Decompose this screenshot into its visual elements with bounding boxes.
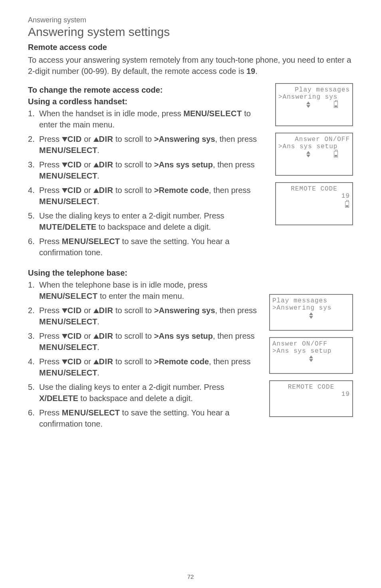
label-part: /SELECT	[64, 368, 97, 377]
step-text: , then press	[213, 332, 255, 340]
battery-icon	[334, 151, 338, 157]
down-arrow-icon	[62, 334, 67, 339]
menu-select-label: MENU/SELECT	[39, 171, 97, 180]
step-text: , then press	[209, 186, 251, 195]
label-part: MENU/	[183, 109, 209, 118]
up-arrow-icon	[93, 308, 99, 313]
step-text: or	[82, 135, 93, 143]
dir-label: DIR	[99, 357, 113, 366]
heading-using-handset: Using a cordless handset:	[28, 97, 261, 106]
step-text: When the telephone base is in idle mode,…	[39, 280, 207, 289]
step-text: to scroll to	[113, 160, 154, 169]
menu-select-label: MENU/SELECT	[39, 146, 97, 155]
lcd-line: >Ans sys setup	[278, 143, 350, 150]
cid-label: CID	[67, 160, 82, 169]
lcd-line: REMOTE CODE	[272, 383, 350, 391]
up-down-arrow-icon	[306, 101, 310, 108]
base-step-3: Press CID or DIR to scroll to >Ans sys s…	[28, 330, 261, 353]
label-part: SELECT	[209, 109, 242, 118]
lcd-base-remote-code: REMOTE CODE 19	[269, 380, 353, 417]
label-part: /SELECT	[64, 343, 97, 352]
menu-select-label: MENU/SELECT	[39, 368, 97, 377]
handset-step-1: When the handset is in idle mode, press …	[28, 108, 261, 130]
lcd-line: >Answering sys	[278, 93, 350, 101]
ans-sys-setup-label: >Ans sys setup	[154, 160, 213, 169]
answering-sys-label: >Answering sys	[154, 135, 215, 143]
step-text: Press	[39, 332, 62, 340]
dir-label: DIR	[99, 332, 113, 340]
lcd-line: REMOTE CODE	[278, 185, 350, 193]
lcd-handset-play-messages: Play messages >Answering sys	[275, 83, 353, 126]
step-text: or	[82, 357, 93, 366]
step-text: or	[82, 332, 93, 340]
base-step-1: When the telephone base is in idle mode,…	[28, 279, 261, 302]
dir-label: DIR	[99, 160, 113, 169]
down-arrow-icon	[62, 137, 67, 142]
down-arrow-icon	[62, 360, 67, 364]
lcd-line: 19	[278, 193, 350, 200]
handset-step-2: Press CID or DIR to scroll to >Answering…	[28, 133, 261, 156]
lcd-line: >Ans sys setup	[272, 348, 350, 355]
battery-icon	[334, 101, 338, 108]
label-part: /SELECT	[64, 197, 97, 206]
step-text: to scroll to	[113, 186, 154, 195]
down-arrow-icon	[62, 188, 67, 193]
label-part: MENU	[39, 146, 64, 155]
lcd-line: >Answering sys	[272, 304, 350, 312]
step-text: .	[97, 146, 99, 155]
menu-select-label: MENU/SELECT	[39, 197, 97, 206]
up-down-arrow-icon	[309, 356, 313, 362]
step-text: to backspace and delete a digit.	[96, 222, 211, 231]
down-arrow-icon	[62, 163, 67, 167]
step-text: Press	[39, 186, 62, 195]
label-part: MENU	[39, 368, 64, 377]
step-text: to scroll to	[113, 306, 154, 315]
step-text: to backspace and delete a digit.	[78, 394, 193, 403]
handset-step-3: Press CID or DIR to scroll to >Ans sys s…	[28, 159, 261, 181]
lcd-base-play-messages: Play messages >Answering sys	[269, 294, 353, 331]
label-part: MENU/	[39, 292, 65, 300]
step-text: to enter the main menu.	[97, 292, 184, 300]
step-text: Press	[39, 357, 62, 366]
label-part: SELECT	[65, 292, 97, 300]
label-part: /SELECT	[86, 237, 120, 246]
dir-label: DIR	[99, 306, 113, 315]
lcd-base-answer-onoff: Answer ON/OFF >Ans sys setup	[269, 337, 353, 374]
step-text: , then press	[215, 135, 257, 143]
answering-sys-label: >Answering sys	[154, 306, 215, 315]
label-part: MUTE	[39, 222, 63, 231]
breadcrumb: Answering system	[28, 16, 353, 24]
label-part: MENU	[62, 408, 86, 417]
step-text: to scroll to	[113, 332, 154, 340]
dir-label: DIR	[99, 186, 113, 195]
base-steps-list: When the telephone base is in idle mode,…	[28, 279, 261, 429]
handset-steps-list: When the handset is in idle mode, press …	[28, 108, 261, 258]
step-text: or	[82, 306, 93, 315]
lcd-handset-remote-code: REMOTE CODE 19	[275, 182, 353, 225]
cid-label: CID	[67, 332, 82, 340]
base-step-4: Press CID or DIR to scroll to >Remote co…	[28, 356, 261, 378]
step-text: .	[97, 343, 99, 352]
step-text: Press	[39, 408, 62, 417]
step-text: Press	[39, 135, 62, 143]
step-text: or	[82, 160, 93, 169]
menu-select-label: MENU/SELECT	[39, 292, 97, 300]
lcd-handset-answer-onoff: Answer ON/OFF >Ans sys setup	[275, 133, 353, 176]
base-step-6: Press MENU/SELECT to save the setting. Y…	[28, 407, 261, 429]
ans-sys-setup-label: >Ans sys setup	[154, 332, 213, 340]
menu-select-label: MENU/SELECT	[62, 237, 120, 246]
step-text: Use the dialing keys to enter a 2-digit …	[39, 383, 224, 391]
step-text: .	[97, 171, 99, 180]
lcd-line: 19	[272, 391, 350, 398]
menu-select-label: MENU/SELECT	[62, 408, 120, 417]
lcd-line: Answer ON/OFF	[272, 340, 350, 348]
step-text: .	[97, 197, 99, 206]
step-text: .	[97, 317, 99, 326]
base-step-2: Press CID or DIR to scroll to >Answering…	[28, 305, 261, 327]
up-down-arrow-icon	[306, 151, 310, 157]
base-step-5: Use the dialing keys to enter a 2-digit …	[28, 381, 261, 404]
step-text: Use the dialing keys to enter a 2-digit …	[39, 211, 224, 220]
label-part: MENU	[39, 197, 64, 206]
intro-text-pre: To access your answering system remotely…	[28, 56, 351, 75]
page-title: Answering system settings	[28, 25, 353, 39]
